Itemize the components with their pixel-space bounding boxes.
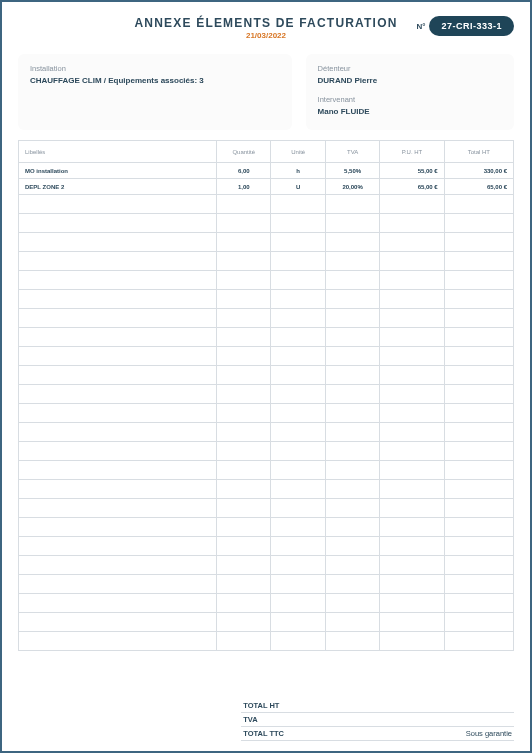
table-row-empty <box>19 366 514 385</box>
table-row-empty <box>19 233 514 252</box>
total-ht-line: TOTAL HT <box>241 699 514 713</box>
table-row-empty <box>19 556 514 575</box>
table-row-empty <box>19 404 514 423</box>
table-row-empty <box>19 518 514 537</box>
table-row-empty <box>19 195 514 214</box>
cell-unit: U <box>271 179 325 195</box>
col-qty: Quantité <box>217 141 271 163</box>
table-row-empty <box>19 461 514 480</box>
billing-table-wrap: Libellés Quantité Unité TVA P.U. HT Tota… <box>18 140 514 693</box>
table-row-empty <box>19 632 514 651</box>
table-row-empty <box>19 252 514 271</box>
table-row-empty <box>19 290 514 309</box>
table-row-empty <box>19 214 514 233</box>
table-header-row: Libellés Quantité Unité TVA P.U. HT Tota… <box>19 141 514 163</box>
installation-label: Installation <box>30 64 280 73</box>
doc-number-label: N° <box>416 22 425 31</box>
table-row-empty <box>19 499 514 518</box>
table-row: MO installation6,00h5,50%55,00 €330,00 € <box>19 163 514 179</box>
total-ht-label: TOTAL HT <box>243 701 279 710</box>
cell-qty: 6,00 <box>217 163 271 179</box>
table-row-empty <box>19 594 514 613</box>
cell-total: 330,00 € <box>444 163 513 179</box>
operator-value: Mano FLUIDE <box>318 107 502 116</box>
table-row-empty <box>19 613 514 632</box>
total-ttc-value: Sous garantie <box>466 729 512 738</box>
col-unit: Unité <box>271 141 325 163</box>
header-right: N° 27-CRI-333-1 <box>416 16 514 36</box>
cell-qty: 1,00 <box>217 179 271 195</box>
holder-value: DURAND Pierre <box>318 76 502 85</box>
total-ttc-line: TOTAL TTC Sous garantie <box>241 727 514 741</box>
col-total: Total HT <box>444 141 513 163</box>
table-row-empty <box>19 423 514 442</box>
table-row-empty <box>19 480 514 499</box>
total-tva-line: TVA <box>241 713 514 727</box>
table-row-empty <box>19 309 514 328</box>
table-row-empty <box>19 575 514 594</box>
header-center: ANNEXE ÉLEMENTS DE FACTURATION 21/03/202… <box>134 16 397 40</box>
cell-unit: h <box>271 163 325 179</box>
table-row-empty <box>19 347 514 366</box>
cell-tva: 5,50% <box>325 163 379 179</box>
cell-tva: 20,00% <box>325 179 379 195</box>
cell-pu: 65,00 € <box>380 179 444 195</box>
info-row: Installation CHAUFFAGE CLIM / Equipement… <box>18 54 514 130</box>
billing-table: Libellés Quantité Unité TVA P.U. HT Tota… <box>18 140 514 651</box>
installation-value: CHAUFFAGE CLIM / Equipements associés: 3 <box>30 76 280 85</box>
totals-block: TOTAL HT TVA TOTAL TTC Sous garantie <box>18 699 514 741</box>
page-date: 21/03/2022 <box>134 31 397 40</box>
table-row-empty <box>19 442 514 461</box>
doc-id-pill: 27-CRI-333-1 <box>429 16 514 36</box>
table-row: DEPL ZONE 21,00U20,00%65,00 €65,00 € <box>19 179 514 195</box>
operator-label: Intervenant <box>318 95 502 104</box>
holder-label: Détenteur <box>318 64 502 73</box>
total-tva-label: TVA <box>243 715 257 724</box>
table-row-empty <box>19 328 514 347</box>
col-pu: P.U. HT <box>380 141 444 163</box>
cell-label: DEPL ZONE 2 <box>19 179 217 195</box>
total-ttc-label: TOTAL TTC <box>243 729 284 738</box>
cell-label: MO installation <box>19 163 217 179</box>
installation-card: Installation CHAUFFAGE CLIM / Equipement… <box>18 54 292 130</box>
cell-pu: 55,00 € <box>380 163 444 179</box>
cell-total: 65,00 € <box>444 179 513 195</box>
header: ANNEXE ÉLEMENTS DE FACTURATION 21/03/202… <box>18 16 514 40</box>
col-label: Libellés <box>19 141 217 163</box>
table-row-empty <box>19 271 514 290</box>
col-tva: TVA <box>325 141 379 163</box>
holder-operator-card: Détenteur DURAND Pierre Intervenant Mano… <box>306 54 514 130</box>
table-row-empty <box>19 537 514 556</box>
invoice-annex-page: ANNEXE ÉLEMENTS DE FACTURATION 21/03/202… <box>0 0 532 753</box>
table-row-empty <box>19 385 514 404</box>
page-title: ANNEXE ÉLEMENTS DE FACTURATION <box>134 16 397 30</box>
table-body: MO installation6,00h5,50%55,00 €330,00 €… <box>19 163 514 651</box>
